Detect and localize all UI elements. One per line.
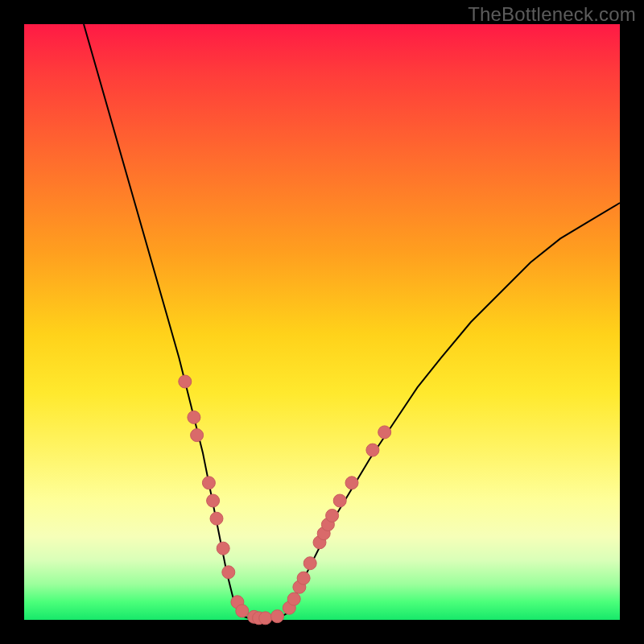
data-marker [202, 477, 215, 489]
data-marker [259, 612, 272, 625]
data-marker [207, 494, 220, 507]
data-marker [345, 477, 358, 489]
data-marker [297, 572, 310, 584]
data-marker [303, 557, 316, 570]
curve-group [84, 24, 620, 620]
data-marker [333, 494, 346, 507]
bottleneck-curve [84, 24, 620, 620]
plot-area [24, 24, 620, 620]
data-marker [222, 566, 235, 579]
data-marker [191, 429, 204, 442]
data-marker [326, 510, 339, 522]
data-marker [188, 411, 200, 423]
data-marker [217, 542, 229, 555]
watermark-text: TheBottleneck.com [468, 3, 636, 26]
data-marker [271, 610, 284, 623]
data-marker [179, 375, 192, 388]
data-marker [210, 512, 223, 525]
data-marker [366, 444, 379, 456]
data-marker [378, 426, 391, 439]
data-marker [287, 592, 300, 605]
marker-group [179, 375, 391, 625]
chart-svg [24, 24, 620, 620]
chart-frame: TheBottleneck.com [0, 0, 644, 644]
data-marker [236, 605, 249, 617]
